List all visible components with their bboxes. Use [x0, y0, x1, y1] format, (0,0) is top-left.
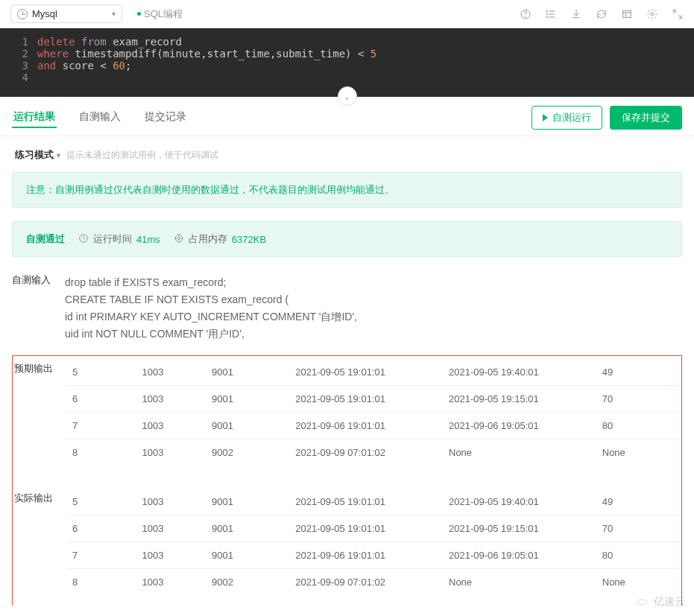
- table-cell: 2021-09-05 19:01:01: [289, 359, 443, 386]
- section-label: 实际输出: [14, 489, 66, 606]
- status-box: 自测通过 运行时间 41ms 占用内存 6372KB: [12, 221, 682, 257]
- memory-stat: 占用内存 6372KB: [174, 232, 266, 246]
- table-cell: 5: [66, 359, 136, 386]
- language-label: Mysql: [32, 8, 57, 19]
- submit-button[interactable]: 保存并提交: [610, 106, 682, 130]
- table-cell: 49: [596, 359, 680, 386]
- code-editor[interactable]: 1delete from exam_record2where timestamp…: [0, 28, 694, 97]
- sql-line: drop table if EXISTS exam_record;: [65, 274, 681, 291]
- table-row: 7100390012021-09-06 19:01:012021-09-06 1…: [66, 413, 680, 439]
- table-row: 7100390012021-09-06 19:01:012021-09-06 1…: [66, 542, 680, 569]
- sql-line: uid int NOT NULL COMMENT '用户ID',: [65, 326, 681, 343]
- table-cell: 2021-09-05 19:01:01: [289, 489, 443, 515]
- sql-line: id int PRIMARY KEY AUTO_INCREMENT COMMEN…: [65, 308, 681, 326]
- tab-history[interactable]: 提交记录: [143, 107, 188, 128]
- table-cell: 1003: [136, 489, 206, 515]
- section-label: 预期输出: [14, 359, 66, 478]
- language-selector[interactable]: Mysql ▾: [10, 4, 122, 23]
- table-cell: 2021-09-06 19:05:01: [443, 542, 596, 569]
- section-self-input: 自测输入 drop table if EXISTS exam_record;CR…: [12, 270, 682, 345]
- table-cell: 8: [66, 439, 136, 466]
- table-cell: 9001: [206, 386, 289, 413]
- table-cell: 7: [66, 413, 136, 439]
- table-cell: 1003: [136, 569, 206, 596]
- section-label: 自测输入: [12, 270, 64, 345]
- svg-point-4: [546, 16, 547, 17]
- table-cell: 70: [596, 515, 680, 542]
- table-cell: 9001: [206, 489, 289, 515]
- expected-table-wrap[interactable]: 5100390012021-09-05 19:01:012021-09-05 1…: [66, 359, 680, 478]
- table-cell: 6: [66, 515, 136, 542]
- mode-hint: 提示未通过的测试用例，便于代码调试: [66, 149, 218, 162]
- table-row: 6100390012021-09-05 19:01:012021-09-05 1…: [66, 515, 680, 542]
- dot-icon: [137, 12, 141, 16]
- table-cell: 2021-09-09 07:01:02: [289, 439, 443, 466]
- collapse-button[interactable]: ⌄: [338, 86, 357, 106]
- table-cell: 1003: [136, 542, 206, 569]
- table-cell: 2021-09-05 19:40:01: [443, 359, 596, 386]
- table-cell: 9001: [206, 542, 289, 569]
- sql-badge: SQL编程: [137, 7, 183, 21]
- actual-table-wrap[interactable]: 5100390012021-09-05 19:01:012021-09-05 1…: [66, 489, 680, 606]
- table-cell: 2021-09-06 19:05:01: [443, 413, 596, 439]
- table-row: 8100390022021-09-09 07:01:02NoneNone: [66, 439, 680, 466]
- table-row: 5100390012021-09-05 19:01:012021-09-05 1…: [66, 359, 680, 386]
- table-cell: 6: [66, 386, 136, 413]
- table-cell: None: [596, 439, 680, 466]
- svg-point-1: [526, 16, 526, 17]
- table-cell: 70: [596, 386, 680, 413]
- tab-result[interactable]: 运行结果: [12, 107, 57, 128]
- mode-label[interactable]: 练习模式 ▾: [15, 148, 60, 162]
- table-cell: 8: [66, 569, 136, 596]
- expand-icon[interactable]: [672, 8, 684, 20]
- sql-line: CREATE TABLE IF NOT EXISTS exam_record (: [65, 291, 681, 308]
- self-test-button[interactable]: 自测运行: [531, 106, 602, 130]
- clock-icon: [78, 233, 89, 246]
- help-icon[interactable]: [520, 8, 531, 20]
- play-icon: [543, 114, 548, 121]
- tab-input[interactable]: 自测输入: [78, 107, 122, 128]
- sql-line: exam_id int NOT NULL COMMENT '试卷ID',: [65, 343, 681, 345]
- svg-point-9: [177, 237, 180, 240]
- table-cell: None: [443, 569, 596, 596]
- table-row: 5100390012021-09-05 19:01:012021-09-05 1…: [66, 489, 680, 515]
- clock-icon: [17, 9, 28, 19]
- table-cell: 1003: [136, 515, 206, 542]
- svg-point-6: [651, 13, 654, 16]
- top-bar: Mysql ▾ SQL编程: [0, 0, 694, 28]
- table-cell: 80: [596, 542, 680, 569]
- code-line: 4: [0, 72, 694, 83]
- notice-banner: 注意：自测用例通过仅代表自测时使用的数据通过，不代表题目的测试用例均能通过。: [12, 172, 682, 208]
- table-cell: 1003: [136, 439, 206, 466]
- table-cell: 2021-09-05 19:15:01: [443, 386, 596, 413]
- refresh-icon[interactable]: [596, 8, 608, 20]
- layout-icon[interactable]: [621, 8, 633, 20]
- gear-icon[interactable]: [646, 8, 658, 20]
- table-cell: 2021-09-05 19:15:01: [443, 515, 596, 542]
- download-icon[interactable]: [570, 8, 582, 20]
- table-cell: 2021-09-06 19:01:01: [289, 542, 443, 569]
- toolbar-icons: [520, 8, 684, 20]
- status-pass: 自测通过: [26, 232, 65, 246]
- code-line: 3and score < 60;: [0, 60, 694, 72]
- comparison-box: 预期输出 5100390012021-09-05 19:01:012021-09…: [12, 355, 682, 606]
- table-cell: 80: [596, 413, 680, 439]
- mode-row: 练习模式 ▾ 提示未通过的测试用例，便于代码调试: [15, 148, 679, 162]
- table-cell: 2021-09-06 19:01:01: [289, 413, 443, 439]
- table-cell: None: [443, 439, 596, 466]
- table-cell: 9001: [206, 359, 289, 386]
- table-cell: 9001: [206, 413, 289, 439]
- table-row: 8100390022021-09-09 07:01:02NoneNone: [66, 569, 680, 596]
- table-cell: 2021-09-05 19:01:01: [289, 515, 443, 542]
- table-cell: 5: [66, 489, 136, 515]
- list-icon[interactable]: [545, 8, 557, 20]
- table-cell: None: [596, 569, 680, 596]
- svg-point-2: [546, 10, 547, 11]
- expected-table: 5100390012021-09-05 19:01:012021-09-05 1…: [66, 359, 680, 466]
- svg-point-3: [546, 13, 547, 14]
- table-cell: 7: [66, 542, 136, 569]
- input-sql-text[interactable]: drop table if EXISTS exam_record;CREATE …: [64, 270, 682, 345]
- table-cell: 9002: [206, 569, 289, 596]
- time-stat: 运行时间 41ms: [78, 232, 160, 246]
- table-cell: 2021-09-05 19:40:01: [443, 489, 596, 515]
